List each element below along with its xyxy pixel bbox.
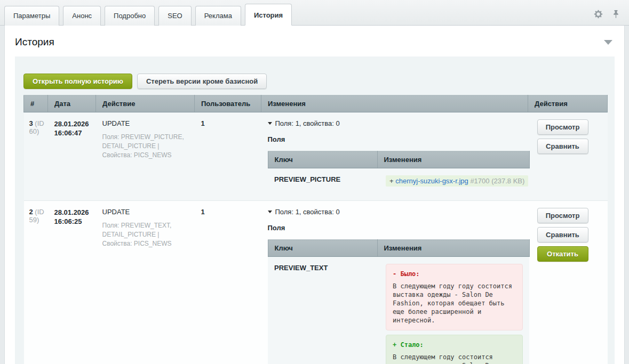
change-value-cell: - Было: В следующем году году состоится … [377, 257, 529, 364]
tab-parametry[interactable]: Параметры [4, 6, 59, 26]
actions-cell: Просмотр Сравнить Откатить [528, 201, 608, 364]
fields-group-label: Поля [268, 224, 522, 232]
file-link[interactable]: chernyj-suzuki-gsx-r.jpg [395, 177, 468, 185]
action-details: Поля: PREVIEW_PICTURE, DETAIL_PICTURE | … [102, 133, 188, 160]
gear-icon[interactable] [594, 10, 603, 19]
table-header-row: # Дата Действие Пользователь Изменения Д… [24, 95, 608, 112]
tab-anons[interactable]: Анонс [63, 6, 101, 26]
changes-inner-table: Ключ Изменения PREVIEW_PICTURE [268, 151, 530, 193]
change-key: PREVIEW_TEXT [274, 264, 328, 272]
history-panel: Открыть полную историю Стереть версии кр… [15, 56, 615, 364]
action-type: UPDATE [102, 208, 188, 216]
change-key-cell: PREVIEW_TEXT [268, 257, 377, 364]
tab-bar: Параметры Анонс Подробно SEO Реклама Ист… [0, 0, 629, 26]
column-header-action[interactable]: Действие [96, 95, 195, 112]
section-header: История [5, 26, 624, 56]
inner-column-key: Ключ [268, 240, 377, 257]
user-cell: 1 [195, 201, 261, 364]
column-header-actions[interactable]: Действия [528, 95, 608, 112]
table-row: 3 (ID 60) 28.01.2026 16:06:47 UPDATE Пол… [24, 112, 608, 201]
view-button[interactable]: Просмотр [537, 119, 588, 135]
inner-column-changes: Изменения [377, 240, 529, 257]
version-number-cell: 2 (ID 59) [24, 201, 48, 364]
tab-seo[interactable]: SEO [158, 6, 191, 26]
tabs: Параметры Анонс Подробно SEO Реклама Ист… [4, 4, 292, 25]
column-header-num[interactable]: # [24, 95, 48, 112]
user-id: 1 [201, 208, 205, 216]
date-cell: 28.01.2026 16:06:47 [48, 112, 96, 201]
triangle-down-icon [268, 122, 272, 125]
diff-added-label: + Стало: [393, 341, 516, 349]
erase-versions-button[interactable]: Стереть версии кроме базисной [137, 74, 267, 89]
changes-summary-text: Поля: 1, свойства: 0 [275, 119, 340, 127]
version-number: 3 [29, 119, 33, 127]
rollback-button[interactable]: Откатить [537, 246, 588, 262]
open-full-history-button[interactable]: Открыть полную историю [23, 74, 132, 89]
user-cell: 1 [195, 112, 261, 201]
inner-row: PREVIEW_PICTURE + chernyj-suzuki-gsx-r.j… [268, 168, 529, 194]
action-cell: UPDATE Поля: PREVIEW_TEXT, DETAIL_PICTUR… [96, 201, 195, 364]
history-table: # Дата Действие Пользователь Изменения Д… [23, 95, 608, 364]
version-number-cell: 3 (ID 60) [24, 112, 48, 201]
tab-reklama[interactable]: Реклама [195, 6, 241, 26]
diff-added-block: + Стало: В следующем году состоится выст… [386, 335, 523, 364]
diff-removed-label: - Было: [393, 270, 516, 278]
changes-inner-table: Ключ Изменения PREVIEW_TEXT [268, 239, 530, 364]
version-number: 2 [29, 208, 33, 216]
action-cell: UPDATE Поля: PREVIEW_PICTURE, DETAIL_PIC… [96, 112, 195, 201]
changes-summary-toggle[interactable]: Поля: 1, свойства: 0 [268, 119, 522, 127]
column-header-date[interactable]: Дата [48, 95, 96, 112]
compare-button[interactable]: Сравнить [537, 227, 588, 242]
tab-istoriya[interactable]: История [245, 4, 292, 26]
inner-header-row: Ключ Изменения [268, 240, 529, 257]
file-meta: #1700 (237.8 KB) [470, 177, 524, 185]
change-value-cell: + chernyj-suzuki-gsx-r.jpg #1700 (237.8 … [377, 168, 529, 194]
chevron-down-icon[interactable] [604, 40, 612, 45]
version-datetime: 28.01.2026 16:06:47 [54, 119, 90, 137]
file-added-sign: + [389, 177, 394, 185]
history-section: История Открыть полную историю Стереть в… [4, 26, 625, 364]
actions-cell: Просмотр Сравнить [528, 112, 608, 201]
pin-icon[interactable] [611, 10, 620, 19]
changes-summary-toggle[interactable]: Поля: 1, свойства: 0 [268, 208, 522, 216]
triangle-down-icon [268, 211, 272, 213]
view-button[interactable]: Просмотр [537, 208, 588, 223]
topbar-icons [594, 10, 620, 25]
fields-group-label: Поля [268, 135, 522, 143]
changes-summary-text: Поля: 1, свойства: 0 [275, 208, 340, 216]
diff-added-text: В следующем году состоится выставка одеж… [393, 353, 516, 364]
action-details: Поля: PREVIEW_TEXT, DETAIL_PICTURE | Сво… [102, 221, 188, 248]
page-title: История [15, 36, 54, 48]
inner-column-key: Ключ [268, 151, 377, 168]
table-row: 2 (ID 59) 28.01.2026 16:06:25 UPDATE Пол… [24, 201, 608, 364]
change-key-cell: PREVIEW_PICTURE [268, 168, 377, 194]
user-id: 1 [201, 119, 205, 127]
changes-cell: Поля: 1, свойства: 0 Поля Ключ Изменения [261, 112, 528, 201]
tab-podrobno[interactable]: Подробно [105, 6, 155, 26]
change-key: PREVIEW_PICTURE [274, 175, 340, 183]
inner-column-changes: Изменения [377, 151, 529, 168]
inner-header-row: Ключ Изменения [268, 151, 529, 168]
diff-removed-block: - Было: В следующем году году состоится … [386, 264, 523, 330]
changes-cell: Поля: 1, свойства: 0 Поля Ключ Изменения [261, 201, 528, 364]
diff-removed-text: В следующем году году состоится выставка… [393, 282, 516, 325]
column-header-changes[interactable]: Изменения [261, 95, 528, 112]
action-type: UPDATE [102, 119, 188, 127]
file-change-chip: + chernyj-suzuki-gsx-r.jpg #1700 (237.8 … [386, 175, 528, 187]
version-datetime: 28.01.2026 16:06:25 [54, 208, 90, 226]
history-toolbar: Открыть полную историю Стереть версии кр… [23, 74, 606, 89]
date-cell: 28.01.2026 16:06:25 [48, 201, 96, 364]
column-header-user[interactable]: Пользователь [195, 95, 261, 112]
inner-row: PREVIEW_TEXT - Было: В следующем году го… [268, 257, 529, 364]
compare-button[interactable]: Сравнить [537, 139, 588, 154]
